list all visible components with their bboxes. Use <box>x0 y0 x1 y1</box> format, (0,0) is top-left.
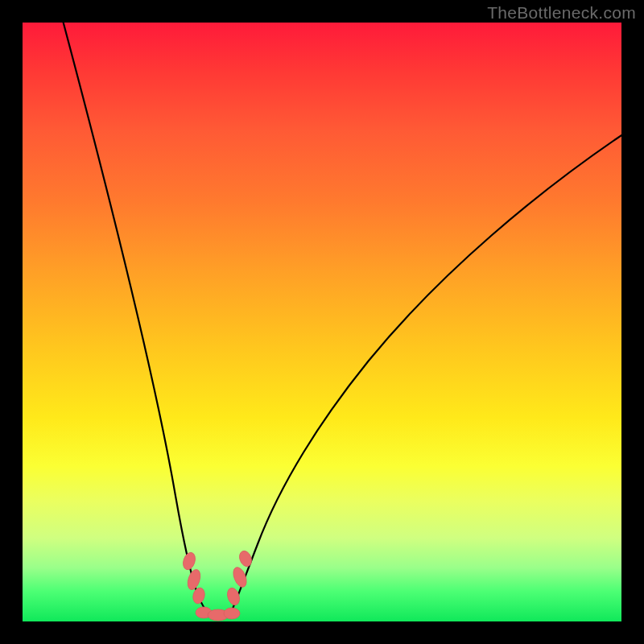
valley-marker <box>225 586 242 606</box>
valley-marker <box>237 549 254 568</box>
marker-group <box>181 549 254 621</box>
chart-svg <box>23 23 621 621</box>
right-curve <box>221 132 621 617</box>
valley-marker <box>224 608 240 619</box>
valley-marker <box>231 565 250 588</box>
valley-marker <box>181 551 197 571</box>
chart-area <box>23 23 621 621</box>
watermark-text: TheBottleneck.com <box>487 3 636 23</box>
left-curve <box>61 23 210 615</box>
